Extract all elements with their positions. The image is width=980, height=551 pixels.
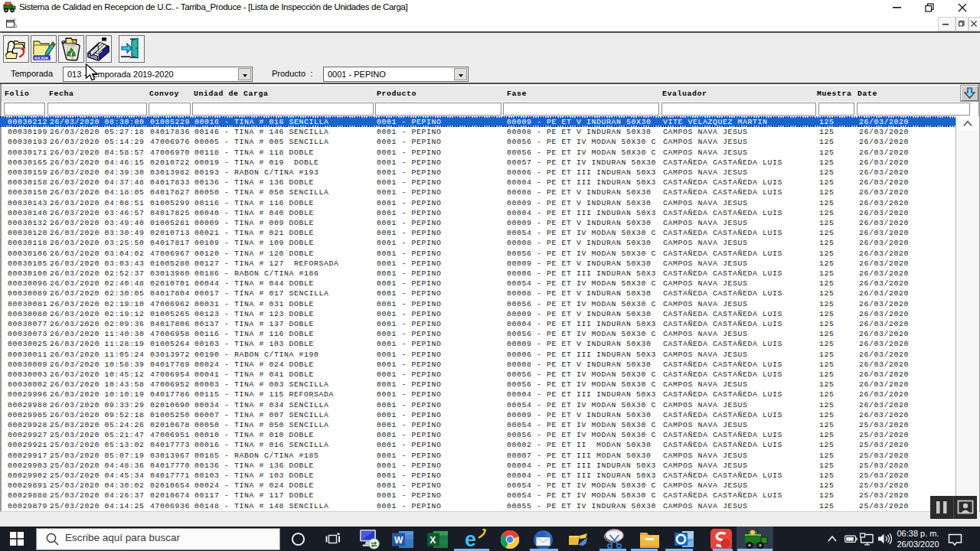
svg-text:X: X (430, 535, 436, 546)
svg-text:W: W (394, 535, 403, 546)
svg-text:e: e (465, 529, 476, 550)
